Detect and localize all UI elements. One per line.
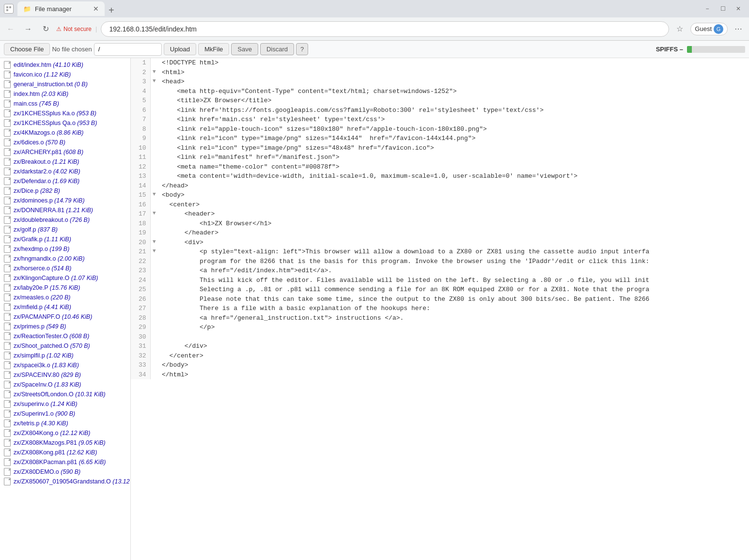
fold-arrow[interactable] — [150, 181, 158, 191]
active-tab[interactable]: 📁 File manager ✕ — [17, 1, 105, 16]
forward-button[interactable]: → — [21, 22, 35, 36]
line-content[interactable] — [158, 332, 749, 342]
line-content[interactable]: <div> — [158, 238, 749, 248]
file-item[interactable]: zx/Breakout.o (1.21 KiB) — [0, 157, 130, 167]
file-item[interactable]: zx/ARCHERY.p81 (608 B) — [0, 147, 130, 157]
file-item[interactable]: zx/Defendar.o (1.69 KiB) — [0, 176, 130, 186]
fold-arrow[interactable] — [150, 200, 158, 210]
line-content[interactable]: <head> — [158, 77, 749, 87]
line-content[interactable]: <title>ZX Browser</title> — [158, 96, 749, 106]
fold-arrow[interactable] — [150, 332, 158, 342]
file-item[interactable]: zx/1KCHESSplus Qa.o (953 B) — [0, 118, 130, 128]
file-item[interactable]: zx/ZX808Kong.p81 (12.62 KiB) — [0, 448, 130, 457]
file-item[interactable]: zx/ZX850607_019054Grandstand.O (13.12 Ki… — [0, 477, 130, 486]
maximize-button[interactable]: ☐ — [716, 2, 730, 16]
file-item[interactable]: zx/tetris.p (4.30 KiB) — [0, 419, 130, 428]
file-item[interactable]: zx/Dice.p (282 B) — [0, 186, 130, 196]
fold-arrow[interactable] — [150, 162, 158, 172]
fold-arrow[interactable] — [150, 342, 158, 351]
line-content[interactable]: <h1>ZX Browser</h1> — [158, 219, 749, 229]
file-item[interactable]: main.css (745 B) — [0, 99, 130, 109]
minimize-button[interactable]: − — [701, 2, 714, 16]
help-button[interactable]: ? — [296, 43, 308, 55]
file-item[interactable]: zx/primes.p (549 B) — [0, 322, 130, 331]
file-item[interactable]: zx/hngmandlx.o (2.00 KiB) — [0, 254, 130, 264]
file-item[interactable]: zx/dominoes.p (14.79 KiB) — [0, 196, 130, 205]
line-content[interactable]: <link rel="icon" type="image/png" sizes=… — [158, 143, 749, 153]
line-content[interactable]: </center> — [158, 351, 749, 361]
line-content[interactable]: <!DOCTYPE html> — [158, 58, 749, 68]
line-content[interactable]: This will kick off the editor. Files ava… — [158, 276, 749, 285]
save-button[interactable]: Save — [231, 43, 258, 55]
fold-arrow[interactable]: ▼ — [150, 238, 158, 248]
line-content[interactable]: Please note that this can take some time… — [158, 295, 749, 304]
fold-arrow[interactable] — [150, 257, 158, 266]
fold-arrow[interactable] — [150, 134, 158, 143]
file-item[interactable]: zx/ZX808KPacman.p81 (6.65 KiB) — [0, 457, 130, 467]
line-content[interactable]: Selecting a .p, .81 or .p81 will commenc… — [158, 285, 749, 295]
fold-arrow[interactable] — [150, 285, 158, 295]
line-content[interactable]: program for the 8266 that is the basis f… — [158, 257, 749, 266]
fold-arrow[interactable] — [150, 143, 158, 153]
line-content[interactable]: <link rel="apple-touch-icon" sizes="180x… — [158, 124, 749, 134]
file-item[interactable]: zx/StreetsOfLondon.O (10.31 KiB) — [0, 389, 130, 399]
fold-arrow[interactable] — [150, 171, 158, 181]
file-item[interactable]: zx/ZX804Kong.o (12.12 KiB) — [0, 428, 130, 438]
fold-arrow[interactable]: ▼ — [150, 247, 158, 257]
fold-arrow[interactable] — [150, 87, 158, 96]
file-item[interactable]: zx/laby20e.P (15.76 KiB) — [0, 283, 130, 293]
close-button[interactable]: ✕ — [732, 2, 745, 16]
fold-arrow[interactable]: ▼ — [150, 190, 158, 200]
file-item[interactable]: general_instruction.txt (0 B) — [0, 79, 130, 89]
upload-button[interactable]: Upload — [164, 43, 196, 55]
file-item[interactable]: zx/superinv.o (1.24 KiB) — [0, 399, 130, 409]
tab-close-button[interactable]: ✕ — [93, 5, 99, 13]
line-content[interactable]: <link href='main.css' rel='stylesheet' t… — [158, 115, 749, 124]
line-content[interactable]: </head> — [158, 181, 749, 191]
line-content[interactable]: </body> — [158, 360, 749, 370]
line-content[interactable]: </p> — [158, 323, 749, 332]
line-content[interactable]: <meta http-equiv="Content-Type" content=… — [158, 87, 749, 96]
line-content[interactable]: <p style="text-align: left">This browser… — [158, 247, 749, 257]
line-content[interactable]: There is a file with a basic explanation… — [158, 304, 749, 313]
line-content[interactable]: <header> — [158, 209, 749, 219]
code-editor[interactable]: 1<!DOCTYPE html>2▼<html>3▼<head>4 <meta … — [131, 58, 749, 560]
file-item[interactable]: zx/simplfil.p (1.02 KiB) — [0, 351, 130, 360]
fold-arrow[interactable] — [150, 115, 158, 124]
line-content[interactable]: <html> — [158, 68, 749, 78]
line-content[interactable]: </html> — [158, 370, 749, 380]
line-content[interactable]: <link rel="manifest" href="/manifest.jso… — [158, 153, 749, 162]
file-item[interactable]: zx/Superinv1.o (900 B) — [0, 409, 130, 419]
fold-arrow[interactable] — [150, 360, 158, 370]
line-content[interactable]: <body> — [158, 190, 749, 200]
line-content[interactable]: <center> — [158, 200, 749, 210]
new-tab-button[interactable]: + — [105, 5, 118, 16]
file-item[interactable]: zx/doublebreakout.o (726 B) — [0, 215, 130, 225]
line-content[interactable]: <meta content='width=device-width, initi… — [158, 171, 749, 181]
file-item[interactable]: zx/horserce.o (514 B) — [0, 264, 130, 273]
line-content[interactable]: <meta name="theme-color" content="#00878… — [158, 162, 749, 172]
fold-arrow[interactable] — [150, 323, 158, 332]
fold-arrow[interactable] — [150, 228, 158, 238]
fold-arrow[interactable] — [150, 219, 158, 229]
file-item[interactable]: zx/golf.p (837 B) — [0, 225, 130, 234]
fold-arrow[interactable]: ▼ — [150, 68, 158, 78]
file-item[interactable]: zx/ReactionTester.O (608 B) — [0, 331, 130, 341]
file-item[interactable]: edit/index.htm (41.10 KiB) — [0, 60, 130, 70]
line-content[interactable]: <link rel="icon" type="image/png" sizes=… — [158, 134, 749, 143]
file-list[interactable]: edit/index.htm (41.10 KiB)favicon.ico (1… — [0, 58, 131, 560]
bookmark-button[interactable]: ☆ — [673, 22, 687, 36]
mkfile-button[interactable]: MkFile — [198, 43, 229, 55]
fold-arrow[interactable] — [150, 313, 158, 323]
path-input[interactable] — [94, 43, 162, 56]
file-item[interactable]: zx/mfield.p (4.41 KiB) — [0, 302, 130, 312]
file-item[interactable]: zx/PACMANPF.O (10.46 KiB) — [0, 312, 130, 322]
file-item[interactable]: zx/ZX808KMazogs.P81 (9.05 KiB) — [0, 438, 130, 448]
file-item[interactable]: zx/SPACEINV.80 (829 B) — [0, 370, 130, 380]
fold-arrow[interactable]: ▼ — [150, 77, 158, 87]
fold-arrow[interactable] — [150, 304, 158, 313]
file-item[interactable]: zx/Shoot_patched.O (570 B) — [0, 341, 130, 351]
file-item[interactable]: zx/DONNERRA.81 (1.21 KiB) — [0, 205, 130, 215]
back-button[interactable]: ← — [4, 22, 17, 36]
line-content[interactable]: <a href="/general_instruction.txt"> inst… — [158, 313, 749, 323]
